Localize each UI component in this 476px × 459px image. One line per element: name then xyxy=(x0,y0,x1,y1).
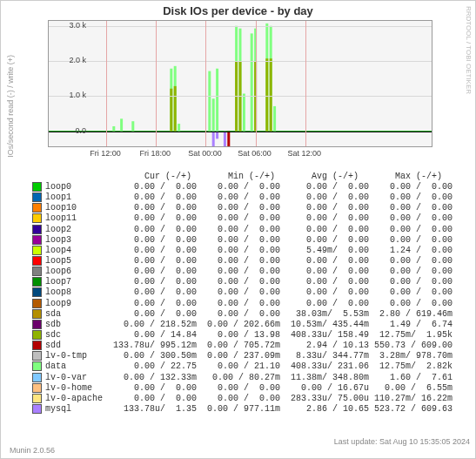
legend-row: data 0.00 / 22.75 0.00 / 21.10 408.33u/ … xyxy=(32,361,453,372)
legend-row: lv-0-apache 0.00 / 0.00 0.00 / 0.00 283.… xyxy=(32,394,453,404)
y-tick-label: 0.0 xyxy=(75,126,86,135)
legend-row: loop5 0.00 / 0.00 0.00 / 0.00 0.00 / 0.0… xyxy=(32,256,453,267)
legend-header: Cur (-/+) Min (-/+) Avg (-/+) Max (-/+) xyxy=(45,172,453,182)
legend-swatch xyxy=(32,394,42,403)
legend-swatch xyxy=(32,287,42,297)
legend-swatch xyxy=(32,256,42,266)
x-tick-label: Sat 00:00 xyxy=(188,149,222,158)
legend-row: sdb 0.00 / 218.52m 0.00 / 202.66m 10.53m… xyxy=(32,320,453,330)
last-update-text: Last update: Sat Aug 10 15:35:05 2024 xyxy=(334,437,470,446)
chart-container: Disk IOs per device - by day IOs/second … xyxy=(0,0,476,459)
y-tick-label: 1.0 k xyxy=(69,91,86,99)
legend-row: loop11 0.00 / 0.00 0.00 / 0.00 0.00 / 0.… xyxy=(32,213,453,224)
x-tick-label: Sat 12:00 xyxy=(288,149,322,158)
chart-title: Disk IOs per device - by day xyxy=(1,1,475,21)
legend-swatch xyxy=(32,235,42,245)
legend-swatch xyxy=(32,182,42,192)
legend-row: sdd 133.78u/ 995.12m 0.00 / 705.72m 2.94… xyxy=(32,341,453,351)
legend-swatch xyxy=(32,404,42,414)
legend-row: sdc 0.00 / 14.84 0.00 / 13.98 408.33u/ 1… xyxy=(32,330,453,341)
legend-row: loop6 0.00 / 0.00 0.00 / 0.00 0.00 / 0.0… xyxy=(32,267,453,277)
legend-row: loop1 0.00 / 0.00 0.00 / 0.00 0.00 / 0.0… xyxy=(32,192,453,203)
legend-swatch xyxy=(32,192,42,202)
footer: Last update: Sat Aug 10 15:35:05 2024 Mu… xyxy=(1,437,470,455)
munin-version: Munin 2.0.56 xyxy=(10,446,55,455)
legend-row: mysql 133.78u/ 1.35 0.00 / 977.11m 2.86 … xyxy=(32,404,453,415)
legend-swatch xyxy=(32,373,42,382)
legend-swatch xyxy=(32,351,42,361)
legend-row: loop9 0.00 / 0.00 0.00 / 0.00 0.00 / 0.0… xyxy=(32,299,453,309)
legend-row: lv-0-var 0.00 / 132.33m 0.00 / 80.27m 11… xyxy=(32,373,453,383)
legend-swatch xyxy=(32,361,42,371)
legend-row: loop8 0.00 / 0.00 0.00 / 0.00 0.00 / 0.0… xyxy=(32,287,453,298)
x-tick-label: Sat 06:00 xyxy=(238,149,272,158)
rrd-watermark: RRDTOOL / TOBI OETIKER xyxy=(465,6,473,94)
legend-swatch xyxy=(32,213,42,223)
x-tick-label: Fri 12:00 xyxy=(90,149,121,158)
x-tick-label: Fri 18:00 xyxy=(139,149,171,158)
legend-row: loop7 0.00 / 0.00 0.00 / 0.00 0.00 / 0.0… xyxy=(32,277,453,287)
y-tick-label: 2.0 k xyxy=(69,56,86,64)
legend-swatch xyxy=(32,203,42,213)
legend-row: lv-0-home 0.00 / 0.00 0.00 / 0.00 0.00 /… xyxy=(32,383,453,394)
legend-swatch xyxy=(32,320,42,329)
legend-swatch xyxy=(32,277,42,287)
legend-table: Cur (-/+) Min (-/+) Avg (-/+) Max (-/+)l… xyxy=(32,172,453,415)
legend-swatch xyxy=(32,225,42,234)
legend-swatch xyxy=(32,309,42,319)
y-axis-label: IOs/second read (-) / write (+) xyxy=(6,55,15,158)
legend-swatch xyxy=(32,246,42,255)
legend-row: loop0 0.00 / 0.00 0.00 / 0.00 0.00 / 0.0… xyxy=(32,182,453,192)
legend-swatch xyxy=(32,299,42,308)
legend-row: loop10 0.00 / 0.00 0.00 / 0.00 0.00 / 0.… xyxy=(32,203,453,213)
legend-row: loop4 0.00 / 0.00 0.00 / 0.00 5.49m/ 0.0… xyxy=(32,246,453,256)
legend-row: lv-0-tmp 0.00 / 300.50m 0.00 / 237.09m 8… xyxy=(32,351,453,361)
legend-row: loop2 0.00 / 0.00 0.00 / 0.00 0.00 / 0.0… xyxy=(32,225,453,235)
plot-area xyxy=(48,20,432,147)
legend-swatch xyxy=(32,330,42,340)
legend-swatch xyxy=(32,341,42,350)
legend-swatch xyxy=(32,383,42,393)
legend-row: loop3 0.00 / 0.00 0.00 / 0.00 0.00 / 0.0… xyxy=(32,235,453,246)
legend-row: sda 0.00 / 0.00 0.00 / 0.00 38.03m/ 5.53… xyxy=(32,309,453,320)
legend-swatch xyxy=(32,267,42,276)
y-tick-label: 3.0 k xyxy=(69,21,86,30)
